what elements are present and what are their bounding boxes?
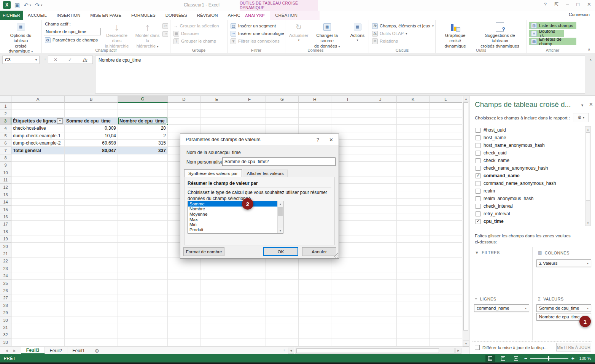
row-header-32[interactable]: 32 (0, 331, 11, 339)
cell-D25[interactable] (168, 280, 200, 287)
cell-K8[interactable] (397, 154, 430, 162)
field-list-scrollbar[interactable]: ▲ ▼ (585, 126, 591, 226)
cell-H4[interactable] (299, 125, 331, 132)
row-header-31[interactable]: 31 (0, 324, 11, 331)
cell-J19[interactable] (364, 235, 397, 243)
tab-mise-en-page[interactable]: MISE EN PAGE (85, 11, 126, 20)
cell-F1[interactable] (233, 103, 266, 110)
cell-A5[interactable]: dump-check-example-1 (11, 132, 65, 140)
column-header-I[interactable]: I (331, 96, 364, 103)
cell-C32[interactable] (118, 331, 168, 339)
cell-E26[interactable] (200, 287, 233, 294)
cell-C16[interactable] (118, 213, 168, 221)
pivot-filter-icon[interactable]: ▾ (57, 118, 63, 124)
field-item-cpu_time[interactable]: cpu_time (472, 218, 584, 225)
field-item-realm_anonymous_hash[interactable]: realm_anonymous_hash (472, 195, 584, 202)
cell-H32[interactable] (299, 331, 331, 339)
checkbox[interactable] (476, 204, 480, 209)
cell-A18[interactable] (11, 228, 65, 235)
cell-J8[interactable] (364, 154, 397, 162)
cell-J17[interactable] (364, 221, 397, 228)
cell-J6[interactable] (364, 140, 397, 147)
cell-I22[interactable] (331, 258, 364, 265)
summary-option-Moyenne[interactable]: Moyenne (188, 211, 283, 217)
cell-B23[interactable] (65, 265, 118, 272)
cell-G25[interactable] (266, 280, 299, 287)
tab-accueil[interactable]: ACCUEIL (23, 11, 52, 20)
cell-B10[interactable] (65, 169, 118, 176)
cell-I26[interactable] (331, 287, 364, 294)
cell-E29[interactable] (200, 309, 233, 316)
custom-name-input[interactable]: Somme de cpu_time2 (222, 157, 336, 166)
cell-C5[interactable]: 2 (118, 132, 168, 140)
cell-B17[interactable] (65, 221, 118, 228)
undo-icon[interactable]: ↶ (24, 2, 29, 8)
checkbox[interactable] (476, 173, 480, 178)
cell-C4[interactable]: 20 (118, 125, 168, 132)
cell-L3[interactable] (430, 118, 462, 125)
cell-C33[interactable] (118, 339, 168, 346)
summary-option-Produit[interactable]: Produit (188, 227, 283, 232)
cell-E31[interactable] (200, 324, 233, 331)
summary-option-Nombre[interactable]: Nombre (188, 207, 283, 212)
horizontal-scrollbar[interactable] (295, 348, 455, 354)
tab-donnees[interactable]: DONNÉES (161, 11, 192, 20)
cell-K21[interactable] (397, 250, 430, 258)
checkbox[interactable] (476, 166, 480, 171)
row-header-33[interactable]: 33 (0, 339, 11, 346)
cell-A1[interactable] (11, 103, 65, 110)
undo-dropdown-icon[interactable]: ▾ (30, 3, 31, 7)
cell-K27[interactable] (397, 294, 430, 302)
cell-L11[interactable] (430, 176, 462, 184)
recommended-pivottables-button[interactable]: Suggestions de tableaux croisés dynamiqu… (475, 21, 525, 49)
active-field-input[interactable]: Nombre de cpu_time (44, 28, 101, 35)
update-button[interactable]: METTRE À JOUR (556, 343, 591, 351)
cell-K24[interactable] (397, 272, 430, 280)
column-header-L[interactable]: L (430, 96, 462, 103)
cell-E3[interactable] (200, 118, 233, 125)
row-header-8[interactable]: 8 (0, 154, 11, 162)
cell-C31[interactable] (118, 324, 168, 331)
cell-A30[interactable] (11, 316, 65, 324)
cell-C8[interactable] (118, 154, 168, 162)
cell-H23[interactable] (299, 265, 331, 272)
cell-K17[interactable] (397, 221, 430, 228)
cell-L30[interactable] (430, 316, 462, 324)
cell-A16[interactable] (11, 213, 65, 221)
cell-F26[interactable] (233, 287, 266, 294)
checkbox[interactable] (475, 345, 480, 350)
cell-C25[interactable] (118, 280, 168, 287)
insert-function-icon[interactable]: fx (83, 57, 87, 63)
cell-E2[interactable] (200, 110, 233, 117)
cell-F2[interactable] (233, 110, 266, 117)
dialog-title-bar[interactable]: Paramètres des champs de valeurs ? ✕ (180, 134, 339, 145)
cell-L20[interactable] (430, 243, 462, 250)
sheet-tab-feuil3[interactable]: Feuil3 (21, 347, 45, 354)
cell-C26[interactable] (118, 287, 168, 294)
summary-option-Min[interactable]: Min (188, 222, 283, 227)
checkbox[interactable] (476, 135, 480, 140)
cell-C30[interactable] (118, 316, 168, 324)
cell-G31[interactable] (266, 324, 299, 331)
group-field-button[interactable]: 7 Grouper le champ (172, 37, 225, 45)
cell-L27[interactable] (430, 294, 462, 302)
cell-A9[interactable] (11, 162, 65, 169)
tab-insertion[interactable]: INSERTION (52, 11, 85, 20)
cell-L7[interactable] (430, 147, 462, 154)
cell-B7[interactable]: 80,047 (65, 147, 118, 154)
cell-G29[interactable] (266, 309, 299, 316)
row-header-11[interactable]: 11 (0, 176, 11, 184)
actions-button[interactable]: ▦ Actions ▾ (348, 21, 367, 43)
cell-J9[interactable] (364, 162, 397, 169)
cell-B32[interactable] (65, 331, 118, 339)
insert-slicer-button[interactable]: ▤ Insérer un segment (229, 22, 283, 30)
cell-L21[interactable] (430, 250, 462, 258)
cell-K30[interactable] (397, 316, 430, 324)
cell-B2[interactable] (65, 110, 118, 117)
field-item-check_uuid[interactable]: check_uuid (472, 149, 584, 157)
cell-C11[interactable] (118, 176, 168, 184)
number-format-button[interactable]: Format de nombre (183, 247, 224, 256)
formula-bar-splitter[interactable]: ⋮ (43, 57, 47, 62)
checkbox[interactable] (476, 211, 480, 216)
cell-C10[interactable] (118, 169, 168, 176)
